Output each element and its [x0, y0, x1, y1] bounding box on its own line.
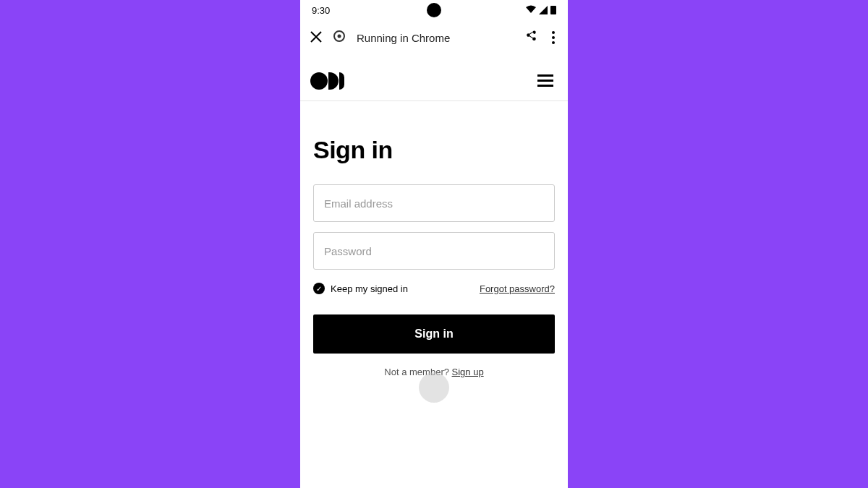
battery-icon — [550, 6, 556, 14]
forgot-password-link[interactable]: Forgot password? — [480, 283, 555, 294]
signin-form: Sign in ✓ Keep my signed in Forgot passw… — [300, 101, 568, 377]
not-member-text: Not a member? — [384, 367, 451, 377]
chrome-custom-tab-bar: Running in Chrome — [300, 20, 568, 55]
share-icon[interactable] — [524, 30, 537, 46]
keep-signed-in-checkbox[interactable]: ✓ Keep my signed in — [313, 283, 408, 294]
signin-button[interactable]: Sign in — [313, 314, 555, 354]
check-icon: ✓ — [313, 283, 325, 294]
status-bar: 9:30 — [300, 0, 568, 20]
status-time: 9:30 — [312, 5, 330, 16]
app-header — [300, 61, 568, 101]
signup-link[interactable]: Sign up — [452, 367, 484, 377]
signup-prompt: Not a member? Sign up — [313, 367, 555, 377]
phone-frame: 9:30 Running in Chrome Sign i — [300, 0, 568, 488]
chrome-icon — [333, 30, 345, 45]
password-field[interactable] — [313, 232, 555, 270]
brand-logo[interactable] — [310, 72, 344, 90]
signal-icon — [539, 6, 548, 14]
close-icon[interactable] — [310, 30, 322, 45]
keep-signed-in-label: Keep my signed in — [331, 283, 408, 294]
chrome-tab-title: Running in Chrome — [357, 32, 513, 44]
more-options-icon[interactable] — [549, 28, 558, 47]
page-title: Sign in — [313, 136, 555, 164]
hamburger-menu-icon[interactable] — [533, 70, 558, 91]
email-field[interactable] — [313, 184, 555, 222]
status-icons — [526, 5, 556, 16]
camera-notch — [427, 3, 441, 17]
wifi-icon — [526, 5, 536, 16]
